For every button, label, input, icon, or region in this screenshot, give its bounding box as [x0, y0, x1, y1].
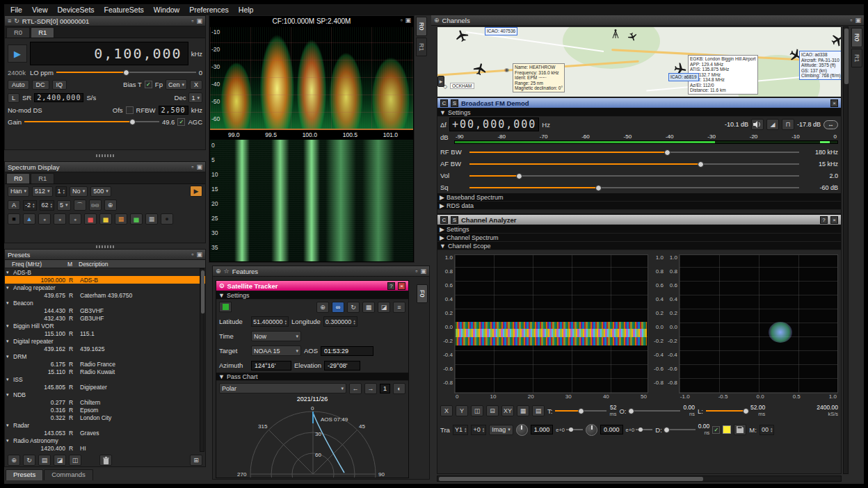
- menu-button[interactable]: ≡: [393, 302, 405, 313]
- vtab-r0[interactable]: R0: [416, 17, 427, 36]
- edit-button[interactable]: ◪: [378, 302, 390, 313]
- preset-row[interactable]: ▾ Radio Astronomy: [5, 437, 205, 444]
- memory-spin[interactable]: 00▴▾: [760, 425, 775, 435]
- trace-offset-spin[interactable]: +0▴▾: [471, 425, 486, 435]
- scope-xy-plot[interactable]: [679, 254, 838, 393]
- restore-icon[interactable]: ▣: [405, 17, 411, 24]
- longitude-input[interactable]: 0.300000▴▾: [323, 316, 357, 327]
- tree-caret-icon[interactable]: ▾: [6, 339, 13, 344]
- features-titlebar[interactable]: ⊕ ☆ Features ▫ ▣: [213, 266, 429, 277]
- presets-scrollbar[interactable]: [200, 268, 204, 452]
- lo-ppm-slider[interactable]: [56, 68, 196, 76]
- update-preset-button[interactable]: ↻: [23, 455, 35, 466]
- projection-mode-select[interactable]: Imag▾: [489, 425, 513, 435]
- pass-chart-section[interactable]: ▼ Pass Chart: [216, 373, 408, 381]
- spectrum-tab-r0[interactable]: R0: [6, 173, 30, 184]
- spectrum-tab-r1[interactable]: R1: [31, 173, 54, 184]
- tree-caret-icon[interactable]: ▾: [6, 423, 13, 428]
- menu-item[interactable]: Help: [234, 5, 259, 15]
- aircraft-icon[interactable]: [472, 62, 488, 76]
- shrink-icon[interactable]: ▫: [191, 164, 193, 170]
- fm-settings-section[interactable]: ▼ Settings: [437, 108, 841, 117]
- speaker-icon[interactable]: [751, 119, 764, 130]
- prev-pass-button[interactable]: ←: [349, 383, 362, 394]
- preset-row[interactable]: 1420.400RHI: [5, 444, 205, 452]
- preset-row[interactable]: ▾ ISS: [5, 375, 205, 383]
- vtab-r1[interactable]: R1: [416, 38, 427, 57]
- change-device-icon[interactable]: ↻: [14, 18, 19, 24]
- rfbw-display[interactable]: 2,500: [159, 106, 188, 115]
- spectrum-display-icon-button[interactable]: ▅: [84, 213, 97, 225]
- preset-row[interactable]: 6.175RRadio France: [5, 360, 205, 368]
- sample-rate-display[interactable]: 2,400,000: [34, 93, 83, 102]
- satellite-tracker-titlebar[interactable]: ⊙ Satellite Tracker ? ×: [216, 281, 408, 291]
- fm-demod-titlebar[interactable]: C S Broadcast FM Demod ×: [437, 98, 841, 108]
- spectrum-display-titlebar[interactable]: Spectrum Display ▫ ▣: [5, 162, 205, 172]
- dc-correction-button[interactable]: DC: [32, 80, 49, 90]
- resize-handle[interactable]: [96, 154, 114, 157]
- averaging-mode-select[interactable]: No▾: [70, 186, 88, 197]
- spectrum-display-icon-button[interactable]: ■: [8, 213, 20, 225]
- close-button[interactable]: ×: [830, 216, 838, 224]
- preset-row[interactable]: ▾ Biggin Hill VOR: [5, 322, 205, 330]
- spectrum-display-icon-button[interactable]: ●: [54, 213, 66, 225]
- edit-preset-button[interactable]: ◪: [54, 455, 66, 466]
- agc-checkbox[interactable]: ✓: [177, 118, 185, 126]
- bias-t-checkbox[interactable]: ✓: [145, 81, 152, 88]
- auto-correction-button[interactable]: Auto: [8, 80, 29, 90]
- help-button[interactable]: ?: [820, 216, 828, 224]
- vtab-r1[interactable]: R1: [851, 49, 862, 68]
- channels-titlebar[interactable]: ⊕ Channels ▫ ▣: [431, 15, 864, 26]
- trace-color-swatch[interactable]: [723, 425, 731, 434]
- shrink-icon[interactable]: ▫: [191, 252, 193, 258]
- channels-horizontal-scrollbar[interactable]: [437, 475, 842, 482]
- amplitude-exp-slider[interactable]: e+0: [556, 427, 583, 433]
- tree-caret-icon[interactable]: ▾: [6, 377, 13, 382]
- aircraft-icon[interactable]: [829, 31, 842, 48]
- preset-row[interactable]: ▾ Beacon: [5, 299, 205, 307]
- stream-select-button[interactable]: S: [451, 216, 458, 224]
- time-base-slider[interactable]: [555, 407, 606, 415]
- channel-frequency-display[interactable]: +00,000,000: [449, 117, 539, 131]
- panes-horizontal-icon[interactable]: ◫: [471, 405, 483, 416]
- grid-icon[interactable]: ▦: [517, 405, 529, 416]
- preset-row[interactable]: 144.430RGB3VHF: [5, 307, 205, 314]
- af-bw-slider[interactable]: [469, 160, 799, 168]
- aircraft-info-box[interactable]: ICAO: ad338Aircraft: PA-31-310Altitude: …: [799, 51, 842, 80]
- trace-length-slider[interactable]: [706, 407, 748, 415]
- restore-icon[interactable]: ▣: [196, 164, 202, 170]
- export-preset-button[interactable]: ◫: [69, 455, 81, 466]
- spectrum-play-button[interactable]: ▶: [190, 186, 202, 197]
- main-spectrum-panel[interactable]: CF:100.000M SP:2.400M ▫ ▣ -10-20-30-40-5…: [209, 15, 415, 263]
- channel-settings-button[interactable]: C: [440, 216, 448, 224]
- adsb-map[interactable]: ICAO: 407536 ◉ Name: HEATHROWFrequency: …: [437, 26, 842, 97]
- save-preset-button[interactable]: ▤: [38, 455, 51, 466]
- resize-handle[interactable]: [96, 245, 114, 248]
- squelch-slider[interactable]: [469, 184, 799, 192]
- preset-row[interactable]: 439.162R439.1625: [5, 345, 205, 352]
- preset-row[interactable]: 145.805RDigipeater: [5, 383, 205, 391]
- preset-row[interactable]: 0.316REpsom: [5, 406, 205, 414]
- preset-row[interactable]: 115.100R115.1: [5, 330, 205, 337]
- target-select[interactable]: NOAA 15▾: [251, 345, 301, 356]
- preset-row[interactable]: 1090.000RADS-B: [5, 276, 205, 284]
- shrink-icon[interactable]: ▫: [850, 17, 852, 24]
- spectrum-display-icon-button[interactable]: ▦: [115, 213, 127, 225]
- preset-row[interactable]: ▾ DRM: [5, 352, 205, 360]
- menu-item[interactable]: DeviceSets: [53, 5, 99, 15]
- restore-icon[interactable]: ▣: [196, 252, 202, 258]
- rows-icon[interactable]: ▤: [532, 405, 545, 416]
- menu-item[interactable]: View: [27, 5, 53, 15]
- ndb-info-box[interactable]: Name: HEATHROWFrequency: 316.0 kHzIdent:…: [513, 63, 565, 92]
- preset-row[interactable]: ▾ Analog repeater: [5, 284, 205, 291]
- squelch-gate-icon[interactable]: ⊓: [782, 119, 794, 130]
- rf-bw-slider[interactable]: [469, 148, 799, 156]
- autoscale-button[interactable]: A: [8, 200, 20, 210]
- preset-row[interactable]: 143.053RGraves: [5, 429, 205, 437]
- tab-commands[interactable]: Commands: [44, 469, 93, 480]
- presets-titlebar[interactable]: Presets ▫ ▣: [5, 250, 205, 260]
- tree-caret-icon[interactable]: ▾: [6, 354, 13, 359]
- shrink-icon[interactable]: ▫: [401, 17, 403, 24]
- start-acquisition-button[interactable]: ▶: [8, 44, 27, 63]
- stream-select-button[interactable]: S: [451, 99, 458, 107]
